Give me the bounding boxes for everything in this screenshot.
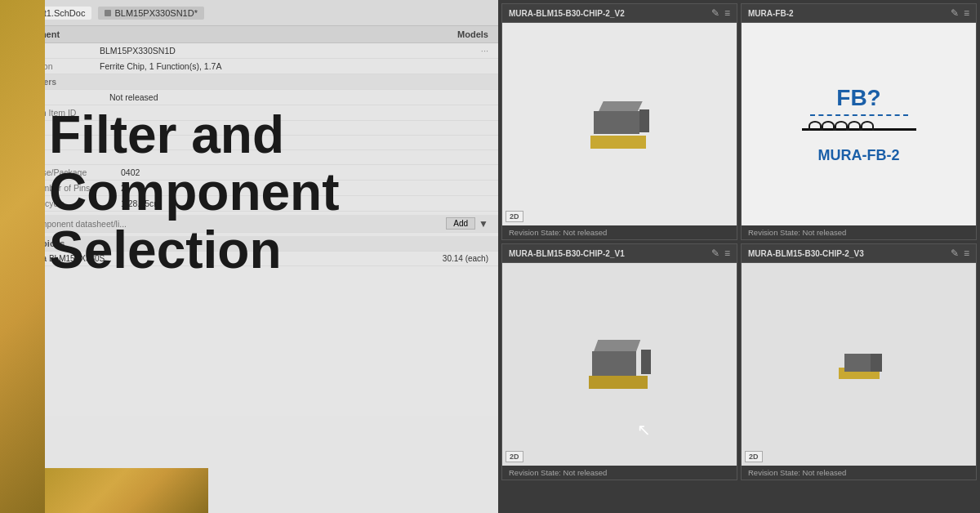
overlay-line1: Filter and [49, 105, 284, 164]
overlay-line3: Selection [49, 221, 282, 279]
model-card-3-header: MURA-BLM15-B30-CHIP-2_V1 ✎ ≡ [502, 244, 737, 263]
badge-2d-4: 2D [745, 451, 763, 462]
chip-3d-4 [835, 346, 884, 383]
model-card-1-icons: ✎ ≡ [711, 7, 730, 19]
fb-dashed-line [810, 114, 908, 116]
menu-icon-1[interactable]: ≡ [724, 7, 730, 19]
model-card-1[interactable]: MURA-BLM15-B30-CHIP-2_V2 ✎ ≡ 2D Revision… [501, 3, 737, 240]
arc-5 [861, 121, 874, 131]
add-button[interactable]: Add [446, 217, 475, 230]
fb-line-container [802, 114, 916, 137]
chip-top-3 [592, 351, 636, 376]
chip-3d-1 [587, 100, 653, 149]
prop-row-name: Name BLM15PX330SN1D ··· [0, 43, 498, 59]
overlay-line2: Component [49, 163, 340, 221]
chip-side-4 [871, 354, 882, 372]
top-tab-bar: Sheet1.SchDoc BLM15PX330SN1D* [0, 0, 498, 26]
model-card-4-title: MURA-BLM15-B30-CHIP-2_V3 [748, 249, 864, 258]
chip-base-1 [590, 136, 646, 149]
model-card-4-body: 2D [742, 263, 976, 466]
overlay-text-container: Filter and Component Selection [49, 106, 340, 279]
section-header-component: Component Models [0, 26, 498, 43]
model-card-1-body: 2D [502, 23, 737, 225]
gold-bar-left [0, 0, 45, 513]
gold-bar-bottom [45, 468, 208, 513]
drop-arrow-icon: ▼ [479, 218, 488, 230]
model-card-2[interactable]: MURA-FB-2 ✎ ≡ FB? [741, 3, 977, 240]
section-models-label: Models [457, 29, 488, 39]
model-card-4-header: MURA-BLM15-B30-CHIP-2_V3 ✎ ≡ [742, 244, 976, 263]
fb-arcs [808, 121, 874, 131]
model-card-2-header: MURA-FB-2 ✎ ≡ [742, 4, 976, 23]
edit-icon-4[interactable]: ✎ [951, 248, 959, 259]
tab-component[interactable]: BLM15PX330SN1D* [98, 7, 204, 20]
model-card-3-title: MURA-BLM15-B30-CHIP-2_V1 [509, 249, 625, 258]
panels-grid: MURA-BLM15-B30-CHIP-2_V2 ✎ ≡ 2D Revision… [498, 0, 980, 484]
edit-icon-3[interactable]: ✎ [711, 248, 719, 259]
model-card-2-body: FB? [742, 23, 976, 225]
arc-2 [822, 121, 835, 131]
badge-2d-3: 2D [506, 451, 523, 462]
badge-2d-1: 2D [506, 211, 523, 222]
prop-row-parameters: Parameters [0, 74, 498, 90]
name-value: BLM15PX330SN1D [100, 46, 481, 56]
model-card-3-icons: ✎ ≡ [711, 248, 730, 259]
cursor-pointer: ↖ [637, 420, 651, 439]
fb-symbol: FB? [794, 23, 924, 225]
tab-dot-2 [105, 10, 111, 16]
arc-1 [808, 121, 822, 131]
menu-icon-3[interactable]: ≡ [724, 248, 730, 259]
chip-side-1 [639, 109, 649, 132]
chip-3d-3 [587, 340, 653, 389]
model-card-2-revision: Revision State: Not released [748, 228, 846, 237]
model-card-4-footer: Revision State: Not released [742, 466, 976, 480]
arc-3 [835, 121, 848, 131]
model-card-3-footer: Revision State: Not released [502, 466, 737, 480]
model-card-1-header: MURA-BLM15-B30-CHIP-2_V2 ✎ ≡ [502, 4, 737, 23]
right-panels: MURA-BLM15-B30-CHIP-2_V2 ✎ ≡ 2D Revision… [498, 0, 980, 513]
chip-top-4 [844, 354, 874, 372]
model-card-4-icons: ✎ ≡ [951, 248, 969, 259]
overlay-heading: Filter and Component Selection [49, 106, 340, 279]
model-card-3-body: 2D [502, 263, 737, 466]
prop-row-state: State Not released [0, 90, 498, 105]
model-card-3[interactable]: MURA-BLM15-B30-CHIP-2_V1 ✎ ≡ 2D Revision… [501, 243, 737, 480]
arc-4 [848, 121, 861, 131]
chip-side-3 [641, 350, 651, 374]
model-card-2-title: MURA-FB-2 [748, 9, 794, 18]
model-card-4-revision: Revision State: Not released [748, 468, 846, 477]
model-card-2-footer: Revision State: Not released [742, 225, 976, 239]
model-card-1-revision: Revision State: Not released [509, 228, 607, 237]
state-value: Not released [109, 92, 488, 102]
model-card-1-footer: Revision State: Not released [502, 225, 737, 239]
name-dots[interactable]: ··· [481, 46, 488, 56]
tab-component-label: BLM15PX330SN1D* [114, 8, 198, 18]
menu-icon-2[interactable]: ≡ [964, 7, 969, 19]
edit-icon-2[interactable]: ✎ [951, 7, 959, 19]
fb-name: MURA-FB-2 [818, 147, 900, 164]
fb-coil-container [802, 119, 916, 137]
prop-row-description: Description Ferrite Chip, 1 Function(s),… [0, 59, 498, 74]
fb-question: FB? [836, 85, 880, 111]
description-value: Ferrite Chip, 1 Function(s), 1.7A [100, 61, 488, 71]
model-card-4[interactable]: MURA-BLM15-B30-CHIP-2_V3 ✎ ≡ 2D Revision… [741, 243, 977, 480]
chip-top-1 [594, 111, 639, 134]
edit-icon-1[interactable]: ✎ [711, 7, 719, 19]
model-card-1-title: MURA-BLM15-B30-CHIP-2_V2 [509, 9, 625, 18]
model-card-3-revision: Revision State: Not released [509, 468, 607, 477]
model-card-2-icons: ✎ ≡ [951, 7, 969, 19]
menu-icon-4[interactable]: ≡ [964, 248, 969, 259]
chip-base-3 [589, 376, 648, 389]
